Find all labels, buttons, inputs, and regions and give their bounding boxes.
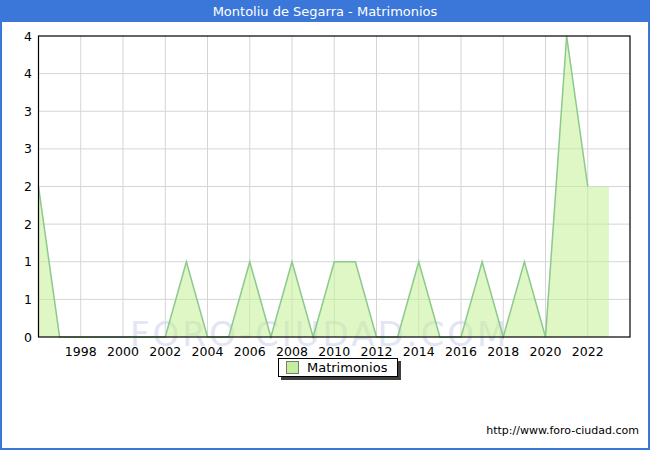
y-tick-label: 3	[24, 141, 32, 156]
legend: Matrimonios	[278, 358, 398, 377]
x-tick-label: 2002	[149, 344, 181, 359]
x-tick-label: 2010	[318, 344, 350, 359]
y-tick-label: 1	[24, 254, 32, 269]
x-tick-label: 2008	[276, 344, 308, 359]
y-tick-label: 0	[24, 330, 32, 345]
x-tick-label: 2022	[572, 344, 604, 359]
x-tick-label: 2012	[361, 344, 393, 359]
x-tick-label: 2018	[487, 344, 519, 359]
title-bar: Montoliu de Segarra - Matrimonios	[2, 2, 648, 22]
legend-label: Matrimonios	[307, 360, 387, 375]
y-tick-label: 4	[24, 66, 32, 81]
x-tick-label: 2004	[192, 344, 224, 359]
chart-title: Montoliu de Segarra - Matrimonios	[213, 4, 438, 19]
legend-color-swatch	[286, 361, 299, 374]
y-tick-label: 1	[24, 292, 32, 307]
x-tick-label: 2014	[403, 344, 435, 359]
x-tick-label: 2006	[234, 344, 266, 359]
x-tick-label: 2016	[445, 344, 477, 359]
x-tick-label: 2020	[530, 344, 562, 359]
x-tick-label: 1998	[65, 344, 97, 359]
y-tick-label: 2	[24, 179, 32, 194]
x-tick-label: 2000	[107, 344, 139, 359]
area-chart: 1998200020022004200620082010201220142016…	[2, 22, 648, 448]
y-tick-label: 4	[24, 29, 32, 44]
footer-url: http://www.foro-ciudad.com	[486, 424, 639, 437]
y-tick-label: 2	[24, 217, 32, 232]
chart-window: Montoliu de Segarra - Matrimonios FORO-C…	[0, 0, 650, 450]
y-tick-label: 3	[24, 104, 32, 119]
